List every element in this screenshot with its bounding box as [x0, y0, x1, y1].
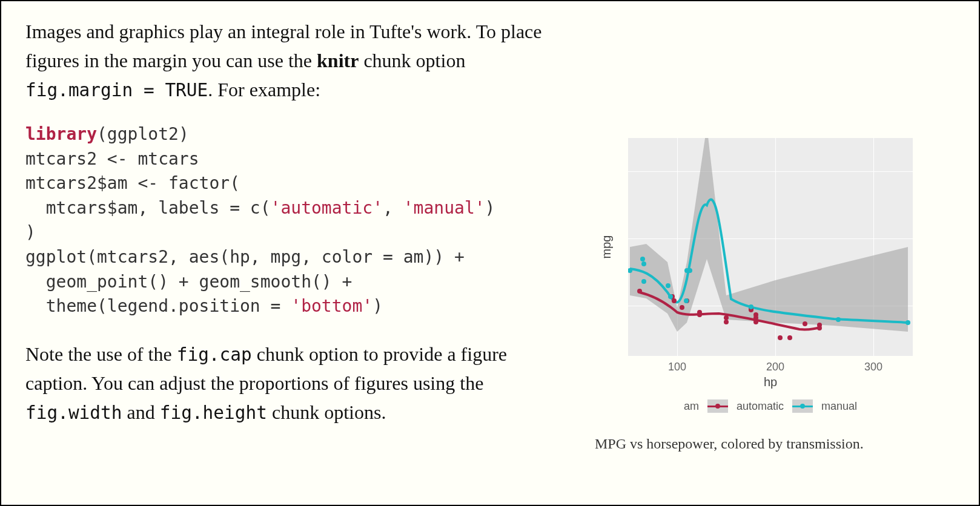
svg-point-1	[637, 289, 642, 294]
chart-svg	[628, 138, 913, 356]
svg-point-13	[753, 312, 758, 317]
chart-panel: 100 200 300	[628, 138, 913, 356]
svg-point-29	[749, 304, 753, 309]
svg-point-14	[753, 320, 758, 324]
inline-code-fig-cap: fig.cap	[177, 344, 252, 365]
code-string: 'automatic'	[271, 198, 383, 218]
code-keyword-library: library	[25, 124, 97, 144]
text: and	[122, 401, 160, 423]
svg-point-24	[666, 283, 670, 288]
svg-point-15	[778, 335, 783, 340]
chart-legend: am automatic manual	[628, 399, 913, 413]
code-line: mtcars2$am <- factor(	[25, 173, 240, 193]
code-line: mtcars2 <- mtcars	[25, 149, 199, 169]
text: . For example:	[208, 79, 320, 100]
svg-point-31	[906, 320, 910, 325]
main-column: Images and graphics play an integral rol…	[25, 17, 571, 489]
text: chunk option	[359, 50, 465, 71]
code-text: mtcars$am, labels = c(	[25, 198, 271, 218]
code-text: )	[485, 198, 495, 218]
svg-point-20	[627, 268, 632, 273]
code-string: 'manual'	[403, 198, 485, 218]
svg-point-30	[836, 317, 841, 322]
legend-title: am	[684, 399, 699, 413]
svg-point-9	[724, 315, 729, 320]
legend-swatch-automatic	[707, 399, 728, 413]
code-text: )	[372, 296, 383, 316]
chart-ylabel: mpg	[598, 235, 615, 259]
legend-dot-icon	[715, 404, 720, 409]
code-string: 'bottom'	[291, 296, 372, 316]
svg-point-4	[680, 305, 684, 310]
paragraph-figcap: Note the use of the fig.cap chunk option…	[25, 340, 571, 427]
legend-label-automatic: automatic	[737, 399, 784, 413]
code-line: ggplot(mtcars2, aes(hp, mpg, color = am)…	[25, 247, 465, 267]
svg-point-23	[641, 279, 646, 284]
inline-code-fig-height: fig.height	[160, 402, 267, 423]
chart-xlabel: hp	[628, 374, 913, 390]
text: Note the use of the	[25, 343, 177, 365]
code-text: ,	[383, 198, 403, 218]
svg-point-17	[803, 321, 807, 326]
svg-point-3	[672, 298, 677, 303]
inline-code-fig-width: fig.width	[25, 402, 122, 423]
svg-point-21	[640, 257, 645, 261]
margin-figure: mpg 20 40 60 100 200 300	[595, 138, 934, 454]
svg-point-25	[668, 294, 673, 299]
inline-code-fig-margin: fig.margin = TRUE	[25, 80, 208, 100]
chart-xtick: 300	[864, 360, 882, 374]
svg-point-19	[817, 326, 822, 330]
margin-column: mpg 20 40 60 100 200 300	[595, 17, 955, 489]
chart-ribbon	[630, 126, 908, 332]
svg-point-26	[684, 298, 689, 303]
svg-point-8	[724, 320, 729, 324]
code-line: geom_point() + geom_smooth() +	[25, 272, 352, 292]
code-block: library(ggplot2) mtcars2 <- mtcars mtcar…	[25, 122, 571, 319]
svg-point-7	[697, 312, 702, 317]
chart-xtick: 200	[766, 360, 784, 374]
legend-swatch-manual	[792, 399, 813, 413]
svg-point-28	[687, 268, 692, 273]
strong-knitr: knitr	[317, 50, 359, 71]
code-text: theme(legend.position =	[25, 296, 291, 316]
legend-label-manual: manual	[821, 399, 857, 413]
svg-point-22	[641, 261, 646, 266]
chart-xtick: 100	[668, 360, 686, 374]
legend-dot-icon	[800, 404, 805, 409]
code-text: (ggplot2)	[97, 124, 189, 144]
text: chunk options.	[267, 401, 386, 423]
figure-caption: MPG vs horsepower, colored by transmissi…	[595, 434, 910, 453]
svg-point-16	[787, 335, 792, 340]
code-line: )	[25, 222, 36, 242]
paragraph-intro: Images and graphics play an integral rol…	[25, 17, 571, 104]
